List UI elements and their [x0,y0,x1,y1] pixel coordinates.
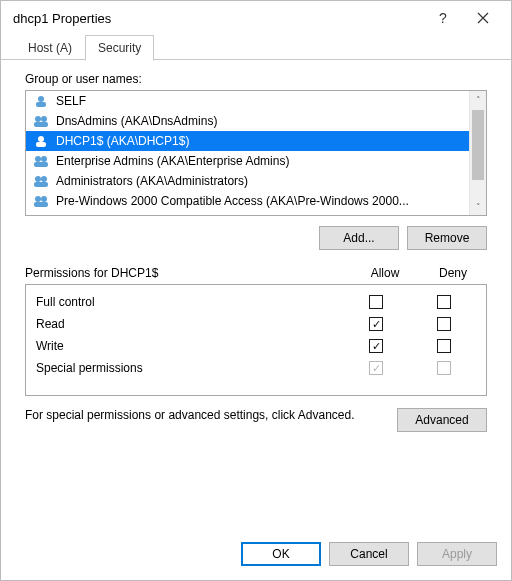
svg-point-0 [38,96,44,102]
svg-rect-12 [34,182,48,187]
cancel-button[interactable]: Cancel [329,542,409,566]
svg-point-13 [35,196,41,202]
allow-column-header: Allow [351,266,419,280]
window-title: dhcp1 Properties [13,11,423,26]
permissions-list: Full controlReadWriteSpecial permissions [25,284,487,396]
remove-button[interactable]: Remove [407,226,487,250]
allow-checkbox[interactable] [369,339,383,353]
svg-rect-4 [34,122,48,127]
principal-name: SELF [56,94,86,108]
chevron-up-icon: ˄ [476,95,481,105]
tab-bar: Host (A)Security [1,35,511,60]
svg-point-3 [41,116,47,122]
allow-checkbox[interactable] [369,317,383,331]
tab-host-a-[interactable]: Host (A) [15,35,85,60]
principal-name: DHCP1$ (AKA\DHCP1$) [56,134,189,148]
scroll-track[interactable] [470,108,486,198]
allow-checkbox[interactable] [369,295,383,309]
deny-checkbox[interactable] [437,295,451,309]
group-icon [32,194,50,208]
permission-row: Read [36,313,478,335]
permission-name: Special permissions [36,361,342,375]
user-icon [32,134,50,148]
help-icon: ? [439,10,447,26]
svg-rect-15 [34,202,48,207]
principal-row[interactable]: DnsAdmins (AKA\DnsAdmins) [26,111,469,131]
svg-point-11 [41,176,47,182]
scroll-down-button[interactable]: ˅ [470,198,486,215]
svg-point-10 [35,176,41,182]
deny-checkbox[interactable] [437,339,451,353]
user-icon [32,94,50,108]
group-icon [32,174,50,188]
apply-button[interactable]: Apply [417,542,497,566]
group-icon [32,114,50,128]
deny-checkbox [437,361,451,375]
dialog-buttons: OK Cancel Apply [1,530,511,580]
deny-column-header: Deny [419,266,487,280]
permission-row: Write [36,335,478,357]
principal-row[interactable]: Administrators (AKA\Administrators) [26,171,469,191]
security-panel: Group or user names: SELFDnsAdmins (AKA\… [15,60,497,530]
add-button[interactable]: Add... [319,226,399,250]
groups-label: Group or user names: [25,72,487,86]
principal-name: DnsAdmins (AKA\DnsAdmins) [56,114,217,128]
principal-name: Pre-Windows 2000 Compatible Access (AKA\… [56,194,409,208]
group-icon [32,154,50,168]
ok-button[interactable]: OK [241,542,321,566]
principal-row[interactable]: SELF [26,91,469,111]
principal-name: Enterprise Admins (AKA\Enterprise Admins… [56,154,289,168]
scrollbar[interactable]: ˄ ˅ [469,91,486,215]
permissions-header: Permissions for DHCP1$ Allow Deny [25,266,487,280]
close-button[interactable] [463,4,503,32]
chevron-down-icon: ˅ [476,202,481,212]
svg-point-5 [38,136,44,142]
svg-point-2 [35,116,41,122]
close-icon [477,12,489,24]
principal-row[interactable]: DHCP1$ (AKA\DHCP1$) [26,131,469,151]
advanced-button[interactable]: Advanced [397,408,487,432]
svg-rect-6 [36,142,46,147]
permission-row: Special permissions [36,357,478,379]
svg-point-8 [41,156,47,162]
allow-checkbox [369,361,383,375]
permission-name: Read [36,317,342,331]
permissions-title: Permissions for DHCP1$ [25,266,351,280]
scroll-up-button[interactable]: ˄ [470,91,486,108]
permission-row: Full control [36,291,478,313]
principal-name: Administrators (AKA\Administrators) [56,174,248,188]
principal-row[interactable]: Pre-Windows 2000 Compatible Access (AKA\… [26,191,469,211]
titlebar: dhcp1 Properties ? [1,1,511,35]
svg-point-7 [35,156,41,162]
permission-name: Full control [36,295,342,309]
principal-row[interactable]: Enterprise Admins (AKA\Enterprise Admins… [26,151,469,171]
help-button[interactable]: ? [423,4,463,32]
svg-point-14 [41,196,47,202]
svg-rect-9 [34,162,48,167]
scroll-thumb[interactable] [472,110,484,180]
permission-name: Write [36,339,342,353]
svg-rect-1 [36,102,46,107]
advanced-hint: For special permissions or advanced sett… [25,408,381,422]
tab-security[interactable]: Security [85,35,154,61]
principals-listbox[interactable]: SELFDnsAdmins (AKA\DnsAdmins)DHCP1$ (AKA… [25,90,487,216]
properties-dialog: dhcp1 Properties ? Host (A)Security Grou… [0,0,512,581]
deny-checkbox[interactable] [437,317,451,331]
